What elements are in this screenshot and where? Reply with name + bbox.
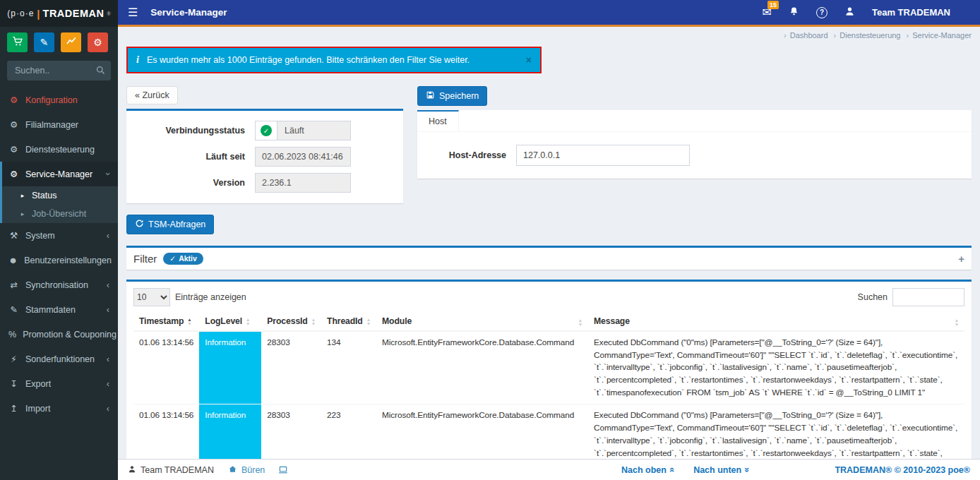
scroll-to-top-link[interactable]: Nach oben « <box>621 464 675 475</box>
breadcrumb-dashboard[interactable]: Dashboard <box>790 31 828 40</box>
tsm-abfragen-label: TSM-Abfragen <box>148 220 205 229</box>
sidebar-item-system[interactable]: ⚒ System ‹ <box>0 223 118 248</box>
current-user-label[interactable]: Team TRADEMAN <box>872 7 950 18</box>
cell-timestamp: 01.06 13:14:56 <box>133 404 199 459</box>
user-menu-button[interactable] <box>844 6 855 20</box>
tab-host[interactable]: Host <box>417 110 459 131</box>
pencil-icon: ✎ <box>8 304 19 315</box>
host-address-input[interactable] <box>516 145 690 166</box>
chevron-left-icon: ‹ <box>107 354 109 364</box>
user-icon <box>844 6 855 20</box>
chevron-left-icon: ‹ <box>107 403 109 414</box>
scroll-shortcuts: Nach oben « Nach unten » <box>621 464 750 475</box>
close-icon[interactable]: × <box>526 54 532 66</box>
sort-icon: ▲▼ <box>246 318 250 325</box>
statistics-button[interactable] <box>61 32 81 52</box>
sidebar-item-import[interactable]: ↥ Import ‹ <box>0 396 118 421</box>
sidebar-item-status[interactable]: ▸ Status <box>2 186 118 205</box>
cell-processid: 28303 <box>261 404 321 459</box>
status-ok-segment: ✓ <box>256 121 277 140</box>
column-header-processid[interactable]: ProcessId▲▼ <box>261 312 321 331</box>
sidebar-item-synchronisation[interactable]: ⇄ Synchronisation ‹ <box>0 272 118 297</box>
footer: Team TRADEMAN Büren Nach oben « Nach unt… <box>118 459 980 480</box>
column-header-message[interactable]: Message▲▼ <box>588 312 964 331</box>
footer-user: Team TRADEMAN <box>128 464 214 476</box>
running-since-label: Läuft seit <box>133 152 255 162</box>
refresh-icon <box>135 219 144 230</box>
cogs-icon: ⚙ <box>8 169 19 179</box>
sidebar-item-promotion-couponing[interactable]: % Promotion & Couponing ‹ <box>0 322 118 347</box>
save-button[interactable]: Speichern <box>417 86 487 106</box>
hamburger-menu-icon[interactable]: ☰ <box>128 6 138 19</box>
version-row: Version 2.236.1 <box>133 173 396 193</box>
column-header-timestamp[interactable]: Timestamp▲▼ <box>133 312 199 331</box>
quick-launch-bar: ✎ ⚙ <box>0 27 118 56</box>
search-icon[interactable] <box>95 65 106 78</box>
sidebar-item-job-uebersicht[interactable]: ▸ Job-Übersicht <box>2 205 118 223</box>
sidebar: (p·o·e | TRADEMAN ® ✎ ⚙ <box>0 0 118 480</box>
sidebar-item-konfiguration[interactable]: ⚙ Konfiguration <box>0 88 118 112</box>
breadcrumb-service-manager[interactable]: Service-Manager <box>912 31 972 40</box>
table-row[interactable]: 01.06 13:14:56 Information 28303 134 Mic… <box>133 331 964 404</box>
chevron-left-icon: ‹ <box>107 378 109 389</box>
sidebar-item-sonderfunktionen[interactable]: ⚡ Sonderfunktionen ‹ <box>0 347 118 371</box>
page-size-select[interactable]: 10 <box>133 288 170 306</box>
cell-loglevel: Information <box>199 404 261 459</box>
table-search-input[interactable] <box>892 288 964 306</box>
bolt-icon: ⚡ <box>8 354 19 364</box>
footer-location-label: Büren <box>241 465 265 475</box>
sidebar-item-benutzereinstellungen[interactable]: ☻ Benutzereinstellungen ‹ <box>0 248 118 272</box>
topbar: ☰ Service-Manager ✉ 15 ? <box>118 0 980 27</box>
column-header-module[interactable]: Module▲▼ <box>376 312 588 331</box>
laptop-icon[interactable] <box>277 465 289 475</box>
connection-status-label: Verbindungsstatus <box>133 126 255 136</box>
table-row[interactable]: 01.06 13:14:56 Information 28303 223 Mic… <box>133 404 964 459</box>
caret-right-icon: ▸ <box>19 210 26 217</box>
main-area: ☰ Service-Manager ✉ 15 ? <box>118 0 980 480</box>
save-button-label: Speichern <box>439 91 479 101</box>
sidebar-item-filialmanager[interactable]: ⚙ Filialmanager <box>0 112 118 137</box>
sidebar-item-service-manager[interactable]: ⚙ Service-Manager › <box>2 162 118 186</box>
brand-logo[interactable]: (p·o·e | TRADEMAN ® <box>0 0 118 27</box>
log-table: Timestamp▲▼ LogLevel▲▼ ProcessId▲▼ Threa… <box>133 312 964 459</box>
configuration-button[interactable]: ⚙ <box>88 32 108 52</box>
topbar-actions: ✉ 15 ? Team TRADEMAN <box>763 6 970 20</box>
chevrons-up-icon: « <box>667 467 678 472</box>
connection-status-value: Läuft <box>277 121 350 140</box>
sidebar-item-dienstesteuerung[interactable]: ⚙ Dienstesteuerung <box>0 137 118 162</box>
help-button[interactable]: ? <box>816 7 827 18</box>
table-search-label: Suchen <box>858 292 888 302</box>
breadcrumb-dienstesteuerung[interactable]: Dienstesteuerung <box>839 31 900 40</box>
host-column: Speichern Host Host-Adresse <box>417 86 972 179</box>
logo-pipe: | <box>37 8 40 20</box>
sidebar-item-export[interactable]: ↧ Export ‹ <box>0 371 118 396</box>
users-icon: ☻ <box>8 256 18 265</box>
scroll-to-bottom-link[interactable]: Nach unten » <box>693 464 750 475</box>
messages-button[interactable]: ✉ 15 <box>763 6 772 19</box>
filter-title: Filter <box>133 253 157 265</box>
footer-location-link[interactable]: Büren <box>228 464 265 476</box>
filter-active-badge: ✓ Aktiv <box>163 253 203 265</box>
app-root: (p·o·e | TRADEMAN ® ✎ ⚙ <box>0 0 980 480</box>
cart-button[interactable] <box>7 32 28 52</box>
gear-icon: ⚙ <box>8 144 19 155</box>
info-icon: i <box>136 54 139 66</box>
log-table-panel: 10 Einträge anzeigen Suchen <box>126 280 972 459</box>
expand-filter-icon[interactable]: + <box>958 253 964 265</box>
column-header-threadid[interactable]: ThreadId▲▼ <box>321 312 376 331</box>
host-tabs: Host <box>417 110 972 132</box>
upload-icon: ↥ <box>8 403 19 414</box>
connection-status-row: Verbindungsstatus ✓ Läuft <box>133 121 396 140</box>
running-since-row: Läuft seit 02.06.2023 08:41:46 <box>133 147 396 167</box>
column-header-loglevel[interactable]: LogLevel▲▼ <box>199 312 261 331</box>
back-button[interactable]: « Zurück <box>126 86 178 104</box>
service-manager-submenu: ▸ Status ▸ Job-Übersicht <box>2 186 118 223</box>
sidebar-item-stammdaten[interactable]: ✎ Stammdaten ‹ <box>0 297 118 322</box>
breadcrumb: Dashboard Dienstesteuerung Service-Manag… <box>126 31 972 42</box>
edit-button[interactable]: ✎ <box>34 32 54 52</box>
check-icon: ✓ <box>169 254 176 263</box>
notifications-button[interactable] <box>789 6 799 20</box>
chevron-left-icon: ‹ <box>107 280 109 290</box>
bell-icon <box>789 6 799 20</box>
tsm-abfragen-button[interactable]: TSM-Abfragen <box>126 215 214 234</box>
